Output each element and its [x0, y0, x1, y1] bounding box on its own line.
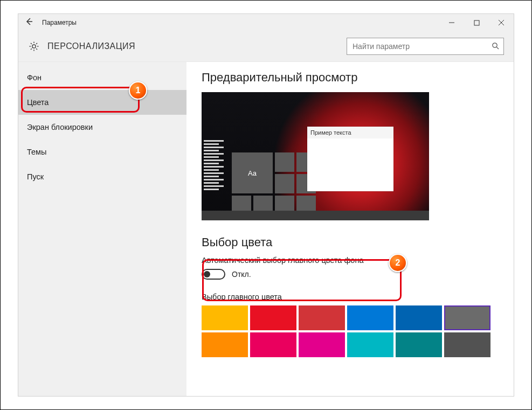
tile-text: Aa: [248, 169, 257, 177]
preview-sample-window: Пример текста: [307, 127, 393, 191]
color-swatch[interactable]: [396, 305, 442, 330]
header: ПЕРСОНАЛИЗАЦИЯ: [18, 31, 514, 62]
svg-rect-0: [474, 20, 479, 25]
sidebar-item-label: Фон: [27, 73, 42, 82]
color-swatch[interactable]: [396, 332, 442, 357]
window-controls: [439, 14, 514, 31]
sidebar-item-label: Экран блокировки: [27, 123, 93, 131]
back-button[interactable]: [18, 14, 40, 31]
color-swatch[interactable]: [250, 305, 296, 330]
settings-window: Параметры ПЕРСОНАЛИЗАЦИЯ: [18, 13, 514, 397]
color-choice-heading: Выбор цвета: [202, 235, 499, 249]
color-swatch[interactable]: [299, 332, 345, 357]
gear-icon: [28, 40, 40, 52]
auto-color-section: Автоматический выбор главного цвета фона…: [202, 255, 499, 282]
close-button[interactable]: [489, 14, 514, 31]
toggle-knob: [204, 271, 210, 277]
search-box[interactable]: [347, 38, 504, 55]
sidebar-item-label: Темы: [27, 148, 47, 156]
color-swatch[interactable]: [202, 332, 248, 357]
maximize-button[interactable]: [464, 14, 489, 31]
preview-pane: Aa Пример текста: [202, 92, 429, 220]
close-icon: [498, 19, 505, 26]
auto-color-toggle[interactable]: [202, 269, 225, 280]
content: Предварительный просмотр Aa: [186, 62, 514, 396]
minimize-icon: [448, 19, 455, 26]
preview-taskbar: [202, 211, 429, 220]
color-swatch[interactable]: [299, 305, 345, 330]
sidebar-item-background[interactable]: Фон: [18, 65, 186, 90]
color-swatch[interactable]: [444, 332, 490, 357]
titlebar: Параметры: [18, 14, 514, 31]
color-swatch[interactable]: [347, 305, 393, 330]
screenshot-frame: Параметры ПЕРСОНАЛИЗАЦИЯ: [0, 0, 532, 410]
minimize-button[interactable]: [439, 14, 464, 31]
search-icon: [492, 42, 499, 51]
auto-color-state: Откл.: [232, 270, 251, 279]
sidebar-item-themes[interactable]: Темы: [18, 140, 186, 164]
svg-point-1: [32, 45, 36, 48]
body: Фон Цвета Экран блокировки Темы Пуск Пре…: [18, 62, 514, 396]
color-swatch[interactable]: [347, 332, 393, 357]
color-swatch[interactable]: [250, 332, 296, 357]
sidebar: Фон Цвета Экран блокировки Темы Пуск: [18, 62, 186, 396]
color-grid: [202, 305, 499, 357]
color-swatch[interactable]: [202, 305, 248, 330]
auto-color-label: Автоматический выбор главного цвета фона: [202, 256, 499, 265]
preview-sample-title: Пример текста: [307, 127, 393, 138]
svg-point-2: [493, 43, 497, 47]
page-title: ПЕРСОНАЛИЗАЦИЯ: [47, 41, 135, 51]
preview-start-list: [204, 138, 229, 192]
sidebar-item-start[interactable]: Пуск: [18, 164, 186, 189]
color-swatch[interactable]: [444, 305, 490, 330]
search-input[interactable]: [351, 41, 488, 51]
preview-heading: Предварительный просмотр: [202, 71, 499, 85]
sidebar-item-label: Пуск: [27, 172, 44, 181]
sidebar-item-label: Цвета: [27, 98, 49, 107]
window-title: Параметры: [42, 19, 77, 26]
preview-big-tile: Aa: [232, 152, 273, 193]
sidebar-item-colors[interactable]: Цвета: [18, 90, 186, 115]
sidebar-item-lockscreen[interactable]: Экран блокировки: [18, 115, 186, 140]
maximize-icon: [474, 20, 480, 26]
main-color-label: Выбор главного цвета: [202, 293, 499, 301]
arrow-left-icon: [25, 17, 33, 28]
